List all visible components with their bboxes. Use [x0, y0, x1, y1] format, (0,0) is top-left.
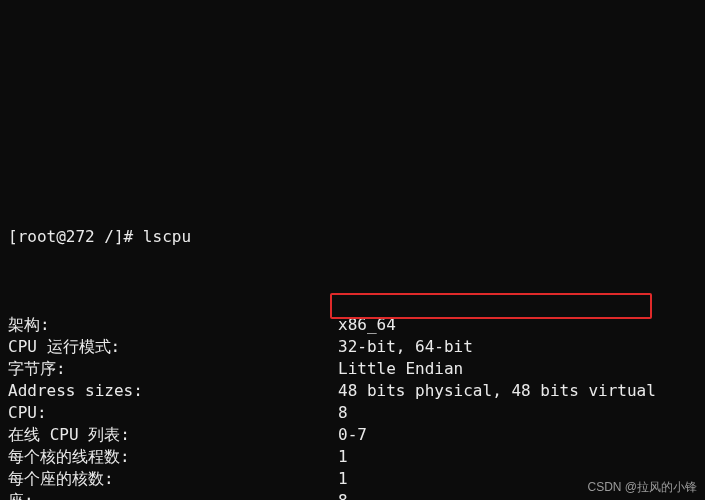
- output-row: Address sizes:48 bits physical, 48 bits …: [8, 380, 697, 402]
- row-value: 32-bit, 64-bit: [338, 336, 697, 358]
- row-value: 1: [338, 446, 697, 468]
- ghost-text: 3.110.173: [8, 80, 143, 102]
- row-label: 每个座的核数:: [8, 468, 338, 490]
- output-row: 在线 CPU 列表:0-7: [8, 424, 697, 446]
- row-label: 字节序:: [8, 358, 338, 380]
- row-label: Address sizes:: [8, 380, 338, 402]
- ghost-text: root: [8, 132, 75, 154]
- terminal-output: 密码：Huayun@123 3.110.173 root 银河麒麟高级服务 器操…: [0, 0, 705, 500]
- row-value: x86_64: [338, 314, 697, 336]
- output-row: CPU 运行模式:32-bit, 64-bit: [8, 336, 697, 358]
- output-row: 每个核的线程数:1: [8, 446, 697, 468]
- output-row: CPU:8: [8, 402, 697, 424]
- row-label: CPU:: [8, 402, 338, 424]
- watermark: CSDN @拉风的小锋: [587, 480, 697, 494]
- prompt-text: [root@272 /]# lscpu: [8, 226, 191, 248]
- output-row: 字节序:Little Endian: [8, 358, 697, 380]
- row-value: 0-7: [338, 424, 697, 446]
- row-value: Little Endian: [338, 358, 697, 380]
- output-row: 架构:x86_64: [8, 314, 697, 336]
- row-label: 在线 CPU 列表:: [8, 424, 338, 446]
- row-label: 架构:: [8, 314, 338, 336]
- ghost-text: 密码：Huayun@123: [8, 30, 168, 52]
- row-value: 48 bits physical, 48 bits virtual: [338, 380, 697, 402]
- shell-prompt[interactable]: [root@272 /]# lscpu: [8, 226, 697, 248]
- row-value: 8: [338, 402, 697, 424]
- row-label: 每个核的线程数:: [8, 446, 338, 468]
- ghost-text: 3.110.173: [8, 258, 143, 280]
- row-label: 座:: [8, 490, 338, 500]
- row-label: CPU 运行模式:: [8, 336, 338, 358]
